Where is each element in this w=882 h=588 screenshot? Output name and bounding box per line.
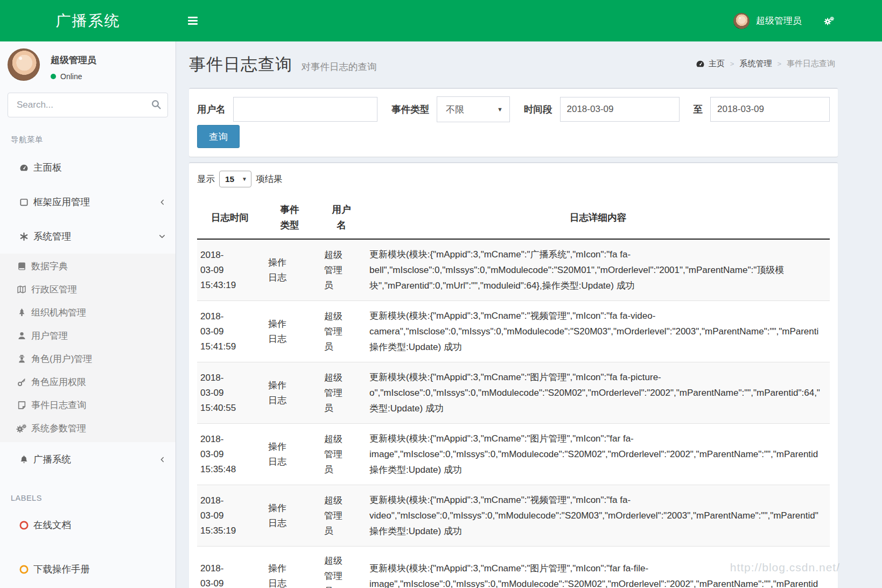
sidebar-item-dashboard[interactable]: 主面板	[0, 150, 176, 185]
nav-section-label: 导航菜单	[0, 117, 176, 150]
sidebar-subitem-user-management[interactable]: 用户管理	[0, 324, 176, 347]
sidebar-subitem-system-parameters[interactable]: 系统参数管理	[0, 417, 176, 440]
column-header-log-detail[interactable]: 日志详细内容	[366, 197, 830, 239]
sidebar-item-frame-app-management[interactable]: 框架应用管理	[0, 185, 176, 219]
username-value: 超级管理员	[324, 493, 347, 538]
log-detail-line: video","mIsclose":0,"mIssys":0,"mModulec…	[369, 508, 827, 523]
username-cell: 超级管理员	[317, 547, 366, 588]
username-label: 用户名	[197, 103, 226, 116]
event-type-cell: 操作日志	[263, 362, 317, 424]
dashboard-icon	[14, 163, 33, 172]
sidebar-toggle-button[interactable]	[185, 11, 204, 31]
username-cell: 超级管理员	[317, 301, 366, 362]
column-header-label: 事件类型	[279, 202, 300, 233]
sidebar-subitem-role-user-management[interactable]: 角色(用户)管理	[0, 347, 176, 370]
column-header-label: 用户名	[331, 202, 352, 233]
username-value: 超级管理员	[324, 248, 347, 293]
sidebar-subitem-role-app-permissions[interactable]: 角色应用权限	[0, 370, 176, 394]
log-row-2: 2018-03-0915:41:59操作日志超级管理员更新模块(模块:{"mAp…	[197, 301, 830, 362]
log-detail-line: 操作类型:Update) 成功	[369, 523, 827, 539]
sidebar-subitem-district-management[interactable]: 行政区管理	[0, 278, 176, 301]
chevron-left-icon	[159, 456, 166, 463]
sidebar-subitem-event-log-query[interactable]: 事件日志查询	[0, 394, 176, 417]
log-time-line: 03-09	[200, 576, 260, 588]
sidebar-subitem-label: 系统参数管理	[31, 422, 86, 435]
user-status: Online	[51, 72, 96, 81]
sidebar-subitem-label: 角色应用权限	[31, 376, 86, 388]
brand-logo[interactable]: 广播系统	[0, 0, 176, 41]
sidebar-item-label: 下载操作手册	[33, 563, 90, 576]
event-type-value: 操作日志	[268, 255, 290, 285]
sidebar: 超级管理员 Online 导航菜单主面板框架应用管理系统管理数据字典行政区管理组…	[0, 41, 176, 588]
event-type-cell: 操作日志	[263, 547, 317, 588]
log-time-line: 15:35:48	[200, 462, 260, 477]
nav-section-label: LABELS	[0, 477, 176, 508]
user-menu-toggle[interactable]: 超级管理员	[733, 13, 802, 29]
log-time-line: 2018-	[200, 561, 260, 576]
date-from-input[interactable]	[560, 97, 680, 122]
event-type-select[interactable]: 不限 ▼	[437, 96, 510, 122]
search-icon[interactable]	[151, 99, 162, 110]
user-avatar	[733, 13, 750, 29]
breadcrumb-label: 系统管理	[739, 59, 772, 69]
sidebar-subitem-label: 事件日志查询	[31, 399, 86, 411]
sidebar-item-download-manual[interactable]: 下载操作手册	[0, 552, 176, 586]
username-value: 超级管理员	[324, 370, 347, 416]
log-detail-line: 更新模块(模块:{"mAppid":3,"mCname":"图片管理","mIc…	[369, 561, 827, 576]
map-icon	[12, 285, 31, 294]
event-type-cell: 操作日志	[263, 424, 317, 485]
filter-box: 用户名 事件类型 不限 ▼ 时间段 至 查询	[189, 88, 838, 157]
page-size-value: 15	[225, 174, 234, 184]
results-box: 显示 15 ▼ 项结果 日志时间事件类型用户名日志详细内容 2018-03-09…	[189, 162, 838, 588]
breadcrumb-item-system-management[interactable]: 系统管理	[739, 59, 772, 69]
sidebar-subitem-data-dictionary[interactable]: 数据字典	[0, 255, 176, 278]
log-detail-line: 更新模块(模块:{"mAppid":3,"mCname":"视频管理","mIc…	[369, 308, 827, 324]
log-time-line: 2018-	[200, 432, 260, 447]
log-time-line: 2018-	[200, 248, 260, 263]
log-row-1: 2018-03-0915:43:19操作日志超级管理员更新模块(模块:{"mAp…	[197, 239, 830, 301]
search-input[interactable]	[8, 93, 168, 117]
sidebar-user-panel: 超级管理员 Online	[0, 41, 176, 81]
column-header-event-type[interactable]: 事件类型	[263, 197, 317, 239]
caret-down-icon: ▼	[497, 106, 503, 113]
main-content: 事件日志查询 对事件日志的查询 主页>系统管理>事件日志查询 用户名 事件类型 …	[176, 41, 882, 588]
log-detail-line: o","mIsclose":0,"mIssys":0,"mModulecode"…	[369, 385, 827, 401]
asterisk-icon	[14, 232, 33, 241]
date-to-input[interactable]	[710, 97, 830, 122]
log-time-line: 15:35:19	[200, 523, 260, 538]
event-type-value: 操作日志	[268, 439, 290, 470]
page-size-select[interactable]: 15 ▼	[219, 171, 251, 187]
sidebar-item-label: 系统管理	[33, 230, 71, 243]
username-input[interactable]	[233, 97, 378, 122]
query-button[interactable]: 查询	[197, 125, 240, 148]
online-status-dot	[51, 74, 56, 79]
column-header-log-time[interactable]: 日志时间	[197, 197, 263, 239]
log-time-cell: 2018-03-0915:40:55	[197, 362, 263, 424]
circle-o-icon	[14, 564, 33, 575]
file-icon	[12, 401, 31, 410]
main-header: 广播系统 超级管理员	[0, 0, 882, 41]
log-detail-line: bell","mIsclose":0,"mIssys":0,"mModuleco…	[369, 262, 827, 278]
sidebar-subitem-label: 组织机构管理	[31, 306, 86, 319]
settings-gears-icon[interactable]	[822, 15, 836, 27]
sidebar-item-online-docs[interactable]: 在线文档	[0, 508, 176, 542]
column-header-username[interactable]: 用户名	[317, 197, 366, 239]
navbar-right: 超级管理员	[733, 13, 836, 29]
sidebar-item-label: 主面板	[33, 161, 62, 174]
sidebar-item-broadcast-system[interactable]: 广播系统	[0, 442, 176, 477]
show-label: 显示	[197, 173, 215, 185]
table-body: 2018-03-0915:43:19操作日志超级管理员更新模块(模块:{"mAp…	[197, 239, 830, 588]
circle-o-icon	[14, 520, 33, 530]
log-time-line: 03-09	[200, 447, 260, 462]
log-detail-line: image","mIsclose":0,"mIssys":0,"mModulec…	[369, 446, 827, 462]
breadcrumb-item-home[interactable]: 主页	[696, 59, 725, 69]
log-detail-line: 更新模块(模块:{"mAppid":3,"mCname":"图片管理","mIc…	[369, 369, 827, 385]
log-time-line: 03-09	[200, 324, 260, 339]
event-type-cell: 操作日志	[263, 301, 317, 362]
log-time-cell: 2018-03-0915:35:48	[197, 424, 263, 485]
user-secret-icon	[12, 354, 31, 363]
sidebar-item-system-management[interactable]: 系统管理	[0, 219, 176, 254]
key-icon	[12, 377, 31, 387]
sidebar-subitem-organization-management[interactable]: 组织机构管理	[0, 301, 176, 324]
breadcrumb-separator: >	[730, 60, 734, 68]
